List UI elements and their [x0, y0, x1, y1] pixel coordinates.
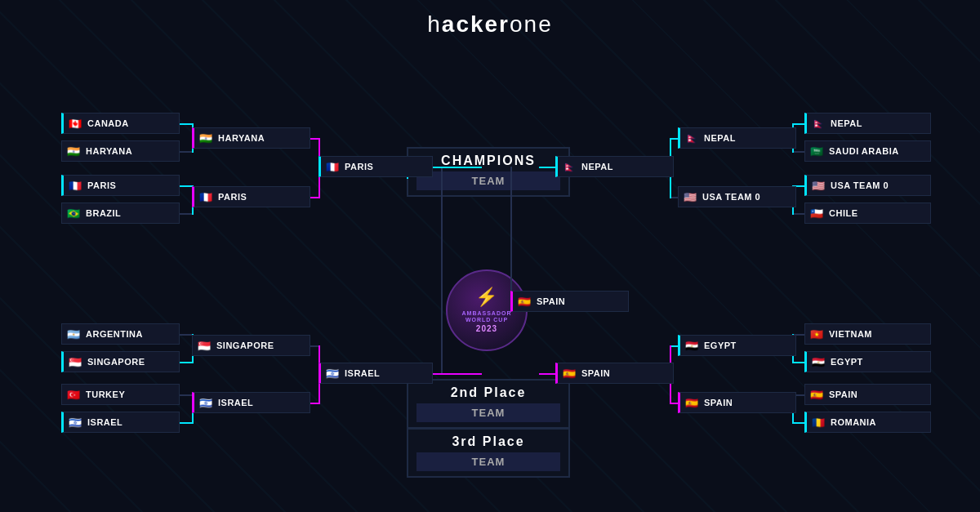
team-slot: 🇷🇴ROMANIA: [804, 412, 931, 433]
team-slot: 🇮🇱ISRAEL: [192, 392, 310, 413]
bracket-line: [180, 185, 192, 187]
team-slot: 🇪🇬EGYPT: [678, 335, 796, 356]
team-slot: 🇮🇳HARYANA: [192, 127, 310, 149]
bracket-line: [310, 345, 318, 347]
bracket-line: [310, 403, 318, 404]
team-name: SPAIN: [829, 390, 858, 399]
team-slot: 🇦🇷ARGENTINA: [61, 323, 180, 345]
bracket-line: [792, 213, 804, 215]
team-name: SAUDI ARABIA: [829, 146, 899, 156]
team-name: SPAIN: [581, 368, 610, 378]
team-name: SPAIN: [537, 296, 565, 306]
team-name: BRAZIL: [86, 208, 121, 218]
bracket-line: [433, 167, 482, 168]
team-slot: 🇺🇸USA TEAM 0: [804, 175, 931, 196]
team-slot: 🇸🇬SINGAPORE: [192, 335, 310, 356]
bracket-line: [792, 422, 804, 424]
team-slot: 🇪🇸SPAIN: [804, 384, 931, 405]
bracket-line: [180, 394, 192, 396]
team-slot: 🇳🇵NEPAL: [804, 113, 931, 134]
bracket-line: [407, 177, 408, 179]
team-name: ISRAEL: [218, 398, 253, 407]
team-slot: 🇫🇷PARIS: [318, 156, 433, 177]
team-name: SINGAPORE: [87, 357, 145, 367]
team-slot: 🇹🇷TURKEY: [61, 384, 180, 405]
center-team: TEAM: [416, 452, 560, 471]
center-team: TEAM: [416, 171, 560, 190]
bracket-line: [539, 373, 555, 375]
team-slot: 🇮🇳HARYANA: [61, 140, 180, 162]
team-name: EGYPT: [704, 341, 737, 350]
center-label: 2nd Place: [416, 385, 560, 400]
team-slot: 🇫🇷PARIS: [61, 175, 180, 196]
bracket-line: [441, 167, 443, 375]
team-slot: 🇧🇷BRAZIL: [61, 203, 180, 224]
team-name: ROMANIA: [831, 417, 876, 427]
team-slot: 🇺🇸USA TEAM 0: [678, 186, 796, 207]
bracket-line: [180, 422, 192, 424]
bracket-line: [792, 151, 804, 153]
team-name: EGYPT: [831, 357, 863, 367]
header: hackerone: [0, 0, 980, 42]
bracket-line: [180, 123, 192, 125]
team-name: PARIS: [87, 180, 116, 190]
team-name: SPAIN: [704, 398, 733, 407]
team-name: ISRAEL: [87, 417, 122, 427]
team-name: NEPAL: [831, 118, 862, 128]
team-name: CHILE: [829, 208, 858, 218]
team-name: VIETNAM: [829, 329, 872, 339]
team-name: TURKEY: [86, 390, 125, 399]
bracket-line: [180, 362, 192, 363]
center-box-2nd-place: 2nd PlaceTEAM: [407, 379, 570, 429]
bracket-line: [433, 373, 482, 375]
center-label: 3rd Place: [416, 434, 560, 449]
team-name: ARGENTINA: [86, 329, 143, 339]
bracket-line: [510, 167, 512, 292]
team-name: HARYANA: [218, 133, 265, 143]
team-slot: 🇮🇱ISRAEL: [318, 363, 433, 384]
bracket-line: [539, 167, 555, 168]
team-slot: 🇫🇷PARIS: [192, 186, 310, 207]
team-slot: 🇪🇸SPAIN: [555, 363, 674, 384]
center-box-3rd-place: 3rd PlaceTEAM: [407, 428, 570, 478]
team-name: PARIS: [345, 162, 373, 171]
team-name: USA TEAM 0: [702, 192, 760, 202]
team-slot: 🇨🇦CANADA: [61, 113, 180, 134]
team-name: HARYANA: [86, 146, 132, 156]
team-slot: 🇪🇸SPAIN: [510, 291, 629, 312]
bracket-line: [180, 213, 192, 215]
bracket-line: [180, 334, 192, 336]
team-slot: 🇸🇬SINGAPORE: [61, 351, 180, 372]
bracket-line: [792, 123, 804, 125]
team-slot: 🇨🇱CHILE: [804, 203, 931, 224]
team-name: CANADA: [87, 118, 129, 128]
team-slot: 🇻🇳VIETNAM: [804, 323, 931, 345]
team-slot: 🇮🇱ISRAEL: [61, 412, 180, 433]
team-slot: 🇪🇬EGYPT: [804, 351, 931, 372]
team-name: SINGAPORE: [216, 341, 274, 350]
bracket-line: [310, 197, 318, 198]
team-slot: 🇳🇵NEPAL: [678, 127, 796, 149]
team-slot: 🇸🇦SAUDI ARABIA: [804, 140, 931, 162]
bracket-line: [180, 151, 192, 153]
bracket-line: [310, 138, 318, 140]
team-name: ISRAEL: [345, 368, 380, 378]
team-slot: 🇪🇸SPAIN: [678, 392, 796, 413]
team-name: NEPAL: [581, 162, 613, 171]
team-name: USA TEAM 0: [831, 180, 889, 190]
bracket-container: 🇨🇦CANADA🇮🇳HARYANA🇫🇷PARIS🇧🇷BRAZIL🇮🇳HARYAN…: [0, 42, 980, 508]
center-team: TEAM: [416, 403, 560, 422]
team-name: PARIS: [218, 192, 247, 202]
team-slot: 🇳🇵NEPAL: [555, 156, 674, 177]
bracket-line: [792, 362, 804, 363]
team-name: NEPAL: [704, 133, 736, 143]
